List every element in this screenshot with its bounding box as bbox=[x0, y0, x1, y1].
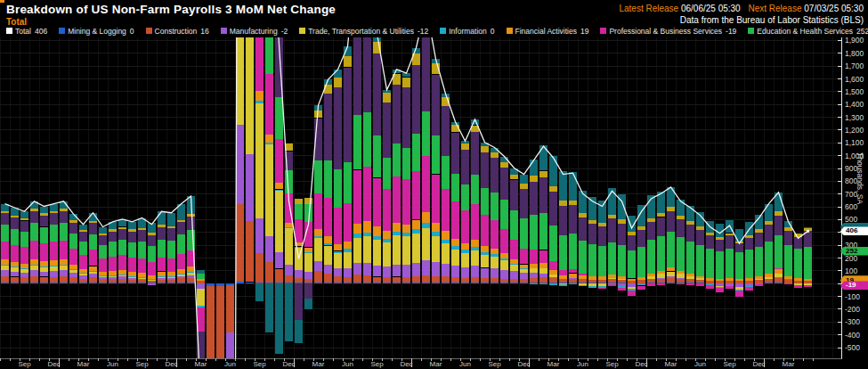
plot-area[interactable] bbox=[0, 37, 842, 359]
x-axis-labels: Sep2018Dec Mar Jun2019Sep Dec Mar Jun202… bbox=[0, 359, 842, 369]
total-line-end-marker bbox=[807, 230, 809, 233]
y-tick-label: -300 bbox=[845, 317, 860, 326]
y-tick-label: 1,400 bbox=[845, 100, 864, 109]
y-tick-label: 1,500 bbox=[845, 87, 864, 96]
x-tick-mark bbox=[715, 358, 716, 361]
x-tick-mark bbox=[656, 358, 657, 361]
chart-container: -500-400-300-200-10001002003004005006007… bbox=[0, 0, 868, 369]
x-tick-mark bbox=[274, 358, 275, 361]
y-tick-label: -500 bbox=[845, 343, 860, 352]
total-line[interactable] bbox=[5, 37, 808, 358]
x-tick-mark bbox=[803, 358, 804, 361]
x-tick-mark bbox=[304, 358, 304, 361]
y-tick-label: 1,600 bbox=[845, 75, 864, 84]
x-tick-label: Mar2025 bbox=[769, 362, 808, 369]
x-tick-mark bbox=[10, 358, 11, 361]
x-tick-mark bbox=[627, 358, 628, 361]
y-tick-label: 0 bbox=[845, 279, 849, 288]
x-tick-mark bbox=[597, 358, 598, 361]
y-tick-label: -100 bbox=[845, 292, 860, 301]
y-tick-label: 200 bbox=[845, 254, 857, 263]
x-tick-mark bbox=[215, 358, 216, 361]
chart-window: Breakdown of US Non-Farm Payrolls 3 MoM … bbox=[0, 0, 868, 369]
x-tick-mark bbox=[392, 358, 393, 361]
y-tick-label: -400 bbox=[845, 331, 860, 340]
x-tick-mark bbox=[362, 358, 363, 361]
y-tick-label: 1,700 bbox=[845, 62, 864, 70]
x-tick-mark bbox=[450, 358, 451, 361]
y-tick-label: -200 bbox=[845, 305, 860, 314]
x-tick-mark bbox=[774, 358, 775, 361]
x-tick-mark bbox=[813, 358, 814, 361]
x-tick-mark bbox=[69, 358, 69, 361]
x-tick-mark bbox=[480, 358, 481, 361]
x-tick-mark bbox=[127, 358, 128, 361]
x-tick-mark bbox=[568, 358, 569, 361]
x-tick-mark bbox=[98, 358, 99, 361]
x-tick-mark bbox=[0, 358, 1, 361]
x-tick-mark bbox=[245, 358, 246, 361]
x-tick-mark bbox=[186, 358, 187, 361]
x-tick-mark bbox=[333, 358, 334, 361]
x-tick-mark bbox=[685, 358, 686, 361]
x-tick-mark bbox=[539, 358, 539, 361]
y-tick-label: 300 bbox=[845, 241, 857, 250]
y-axis-title: Thousands, SA bbox=[856, 116, 864, 241]
y-tick-label: 100 bbox=[845, 266, 857, 275]
y-tick-label: 1,900 bbox=[845, 36, 864, 45]
x-tick-mark bbox=[39, 358, 40, 361]
x-tick-mark bbox=[509, 358, 510, 361]
x-tick-mark bbox=[421, 358, 422, 361]
x-tick-mark bbox=[744, 358, 745, 361]
x-tick-mark bbox=[157, 358, 158, 361]
y-tick-label: 1,800 bbox=[845, 49, 864, 58]
